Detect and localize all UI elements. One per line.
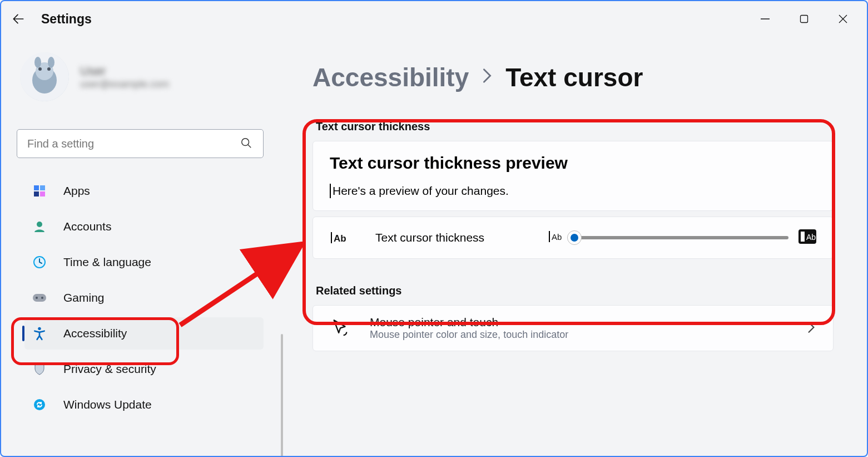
slider-label: Text cursor thickness [375,231,531,244]
section-title-related: Related settings [316,284,834,297]
sidebar-item-label: Privacy & security [63,362,156,376]
svg-point-8 [48,57,54,68]
user-account-row[interactable]: User user@example.com [20,52,264,101]
related-item-subtitle: Mouse pointer color and size, touch indi… [370,329,568,341]
svg-point-5 [38,67,42,71]
slider-thumb[interactable] [567,230,582,245]
slider-min-icon: Ab [548,230,564,245]
svg-rect-27 [801,232,805,242]
related-item-texts: Mouse pointer and touch Mouse pointer co… [370,316,568,341]
svg-rect-13 [34,191,39,196]
maximize-icon [800,14,809,23]
sidebar-item-privacy-security[interactable]: Privacy & security [24,353,264,385]
preview-text: Here's a preview of your changes. [333,184,509,198]
sidebar-item-label: Time & language [63,255,151,269]
titlebar: Settings [1,1,867,33]
svg-rect-12 [40,185,45,190]
nav: Apps Accounts Time & language Gaming [17,175,264,421]
sidebar: User user@example.com Apps Accounts [1,40,279,456]
sidebar-item-label: Accounts [63,220,111,233]
preview-text-row: Here's a preview of your changes. [330,184,816,198]
update-icon [32,397,47,412]
svg-point-6 [47,67,51,71]
thickness-slider[interactable] [574,236,788,239]
sidebar-item-accessibility[interactable]: Accessibility [24,317,264,350]
svg-text:Ab: Ab [334,233,346,244]
thickness-preview-card: Text cursor thickness preview Here's a p… [313,141,834,211]
gaming-icon [32,291,47,305]
arrow-left-icon [11,12,26,26]
sidebar-item-label: Accessibility [63,327,127,340]
close-button[interactable] [835,11,851,27]
maximize-button[interactable] [796,11,812,27]
shield-icon [32,362,47,376]
svg-rect-11 [34,185,39,190]
sidebar-item-label: Gaming [63,291,105,304]
sidebar-item-gaming[interactable]: Gaming [24,282,264,314]
avatar-image [20,52,69,101]
svg-rect-17 [33,294,46,302]
avatar [20,52,69,101]
preview-title: Text cursor thickness preview [330,154,816,173]
svg-point-21 [34,399,45,410]
chevron-right-icon [807,321,815,336]
breadcrumb: Accessibility Text cursor [313,62,834,92]
cursor-small-icon: Ab [330,230,346,245]
svg-text:Ab: Ab [552,232,562,242]
svg-point-18 [36,297,38,299]
window-controls [757,11,851,27]
sidebar-item-windows-update[interactable]: Windows Update [24,389,264,421]
close-icon [838,14,848,24]
svg-rect-14 [40,191,45,196]
chevron-right-icon [482,68,492,87]
related-item-title: Mouse pointer and touch [370,316,568,329]
back-button[interactable] [11,12,26,26]
svg-rect-1 [801,16,808,23]
search-icon [240,137,252,151]
mouse-pointer-icon [331,318,350,339]
clock-globe-icon [32,255,47,269]
breadcrumb-parent[interactable]: Accessibility [313,62,469,92]
apps-icon [32,184,47,198]
scrollbar[interactable] [281,334,283,457]
sidebar-item-accounts[interactable]: Accounts [24,210,264,243]
svg-point-19 [41,297,43,299]
sidebar-item-apps[interactable]: Apps [24,175,264,207]
accessibility-icon [32,326,47,341]
slider-max-icon: Ab [798,229,816,246]
sidebar-item-time-language[interactable]: Time & language [24,246,264,278]
svg-point-7 [34,57,41,68]
minimize-icon [760,14,770,24]
search-input[interactable] [17,129,264,158]
app-title: Settings [41,12,92,27]
sidebar-item-label: Apps [63,184,90,198]
svg-point-15 [37,222,42,227]
related-mouse-pointer-touch[interactable]: Mouse pointer and touch Mouse pointer co… [313,305,834,351]
minimize-button[interactable] [757,11,773,27]
section-title-thickness: Text cursor thickness [316,120,834,133]
accounts-icon [32,219,47,234]
user-info: User user@example.com [80,64,169,90]
text-caret-icon [330,184,331,198]
content-area: Accessibility Text cursor Text cursor th… [279,40,867,456]
svg-text:Ab: Ab [806,233,816,242]
svg-line-10 [248,145,251,148]
breadcrumb-current: Text cursor [505,62,643,92]
svg-point-9 [242,139,249,146]
user-name: User [80,64,169,78]
sidebar-item-label: Windows Update [63,398,152,411]
thickness-slider-card: Ab Text cursor thickness Ab Ab [313,217,834,259]
search-wrap [17,129,264,158]
svg-point-20 [38,327,41,330]
user-email: user@example.com [80,78,169,90]
